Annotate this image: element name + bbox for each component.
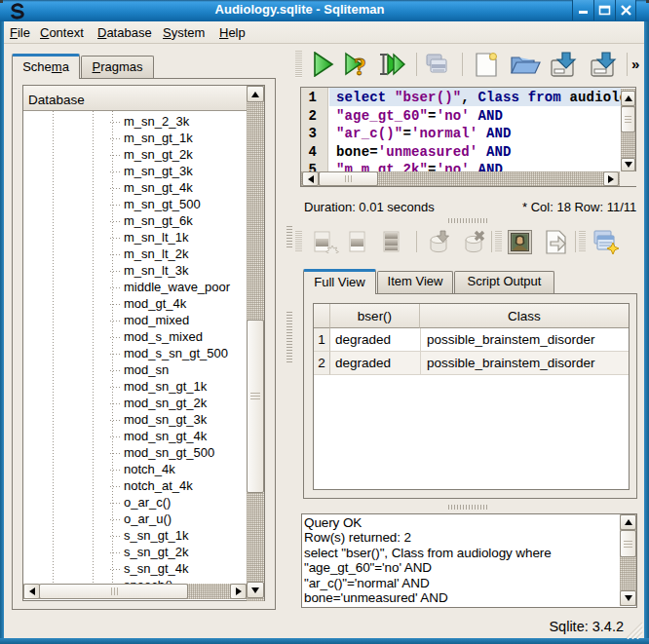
svg-text:?: ? [354, 53, 366, 78]
